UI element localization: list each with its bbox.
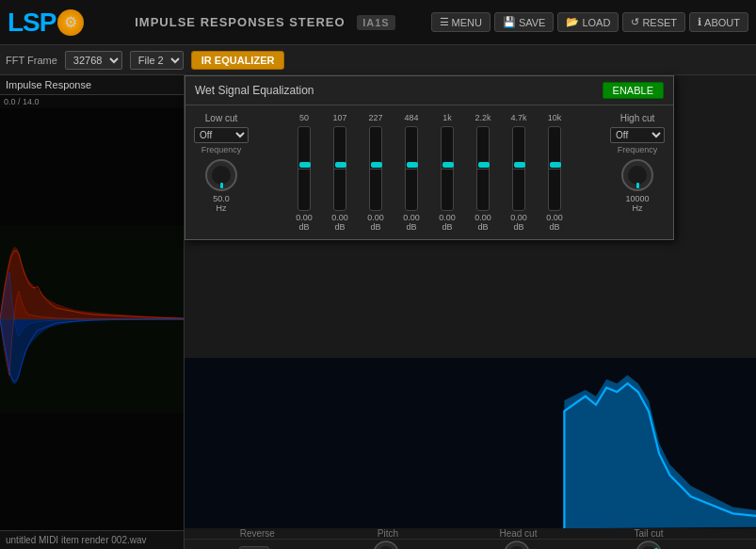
slider-track-107[interactable] xyxy=(333,126,346,211)
slider-track-484[interactable] xyxy=(405,126,418,211)
high-cut-section: High cut Off Frequency xyxy=(609,113,666,213)
band-freq-10k: 10k xyxy=(548,113,562,122)
svg-rect-4 xyxy=(220,183,223,188)
slider-track-227[interactable] xyxy=(369,126,382,211)
eq-band-10k: 10k 0.00dB xyxy=(539,113,570,232)
pitch-label: Pitch xyxy=(323,528,454,539)
tail-cut-knob[interactable] xyxy=(635,540,663,549)
main-area: Impulse Response 0.0 / 14.0 xyxy=(0,75,756,549)
waveform-filename: untitled MIDI item render 002.wav xyxy=(0,530,184,549)
file-select[interactable]: File 2 xyxy=(130,51,184,70)
knob-row: ↩ 0.000 st 0.0 ms xyxy=(185,540,756,549)
band-db-50: 0.00dB xyxy=(296,213,313,232)
fader-midline-227 xyxy=(370,169,381,170)
slider-thumb-107[interactable] xyxy=(335,162,346,168)
center-panel: Wet Signal Equalization ENABLE Low cut O… xyxy=(185,75,756,549)
slider-thumb-227[interactable] xyxy=(371,162,382,168)
fader-midline-1k xyxy=(442,169,453,170)
band-freq-22k: 2.2k xyxy=(475,113,491,122)
logo: LSP ⚙ xyxy=(8,8,84,38)
eq-band-47k: 4.7k 0.00dB xyxy=(504,113,534,232)
logo-text: LSP xyxy=(8,8,56,38)
slider-track-22k[interactable] xyxy=(476,126,490,211)
eq-band-227: 227 0.00dB xyxy=(361,113,391,232)
band-db-10k: 0.00dB xyxy=(546,213,563,232)
fade-in-cell: 14.0 ms xyxy=(715,540,756,549)
slider-track-50[interactable] xyxy=(298,126,311,211)
fader-midline-484 xyxy=(406,169,417,170)
slider-track-1k[interactable] xyxy=(441,126,454,211)
spectrum-display: 440.6 / 2440.6 xyxy=(185,358,756,528)
head-cut-knob[interactable] xyxy=(503,540,531,549)
band-freq-107: 107 xyxy=(332,113,346,122)
eq-popup-header: Wet Signal Equalization ENABLE xyxy=(185,76,673,105)
low-cut-select[interactable]: Off xyxy=(194,127,249,143)
low-cut-knob[interactable] xyxy=(204,158,238,192)
fader-midline-47k xyxy=(513,169,524,170)
reverse-label: Reverse xyxy=(192,528,323,539)
low-freq-value: 50.0 Hz xyxy=(213,194,230,213)
eq-band-484: 484 0.00dB xyxy=(396,113,426,232)
about-button[interactable]: ℹ ABOUT xyxy=(689,12,748,32)
slider-track-10k[interactable] xyxy=(548,126,561,211)
low-cut-label: Low cut xyxy=(205,113,237,123)
load-icon: 📂 xyxy=(566,16,579,28)
spectrum-svg xyxy=(185,358,756,528)
high-cut-label: High cut xyxy=(620,113,655,123)
eq-bands-row: Low cut Off Frequency 5 xyxy=(193,113,666,232)
band-db-22k: 0.00dB xyxy=(475,213,491,232)
fader-midline xyxy=(298,169,310,170)
frequency-label-right: Frequency xyxy=(618,145,658,154)
pitch-knob[interactable] xyxy=(372,540,400,549)
band-freq-50: 50 xyxy=(299,113,309,122)
controls-label-row: Reverse Pitch Head cut Tail cut Fade in … xyxy=(185,528,756,540)
slider-track-47k[interactable] xyxy=(512,126,525,211)
band-db-1k: 0.00dB xyxy=(439,213,456,232)
slider-thumb-1k[interactable] xyxy=(442,162,454,168)
waveform-scale: 0.0 / 14.0 xyxy=(0,95,184,108)
band-db-107: 0.00dB xyxy=(331,213,348,232)
eq-content: Low cut Off Frequency 5 xyxy=(185,105,673,239)
app-title: IMPULSE RESPONSES STEREO IA1S xyxy=(99,15,430,29)
fft-label: FFT Frame xyxy=(6,55,57,66)
menu-icon: ☰ xyxy=(440,16,449,28)
reset-icon: ↺ xyxy=(631,16,639,28)
about-icon: ℹ xyxy=(698,16,701,28)
low-cut-section: Low cut Off Frequency 5 xyxy=(193,113,249,213)
head-cut-label: Head cut xyxy=(453,528,584,539)
band-freq-484: 484 xyxy=(404,113,418,122)
fader-midline-22k xyxy=(477,169,489,170)
high-cut-select[interactable]: Off xyxy=(610,127,665,143)
ir-equalizer-button[interactable]: IR EQUALIZER xyxy=(191,51,285,70)
save-button[interactable]: 💾 SAVE xyxy=(494,12,555,32)
band-freq-47k: 4.7k xyxy=(510,113,526,122)
svg-rect-7 xyxy=(636,183,639,188)
slider-thumb-10k[interactable] xyxy=(550,162,561,168)
menu-button[interactable]: ☰ MENU xyxy=(431,12,491,32)
low-cut-knob-container: 50.0 Hz xyxy=(204,158,238,213)
tail-cut-label: Tail cut xyxy=(584,528,715,539)
eq-sliders: 50 0.00dB 107 xyxy=(253,113,605,232)
logo-gear: ⚙ xyxy=(57,9,84,36)
slider-thumb-50[interactable] xyxy=(299,162,311,168)
waveform-svg xyxy=(0,108,184,530)
svg-point-6 xyxy=(628,166,647,185)
waveform-display xyxy=(0,108,184,530)
eq-band-50: 50 0.00dB xyxy=(289,113,319,232)
slider-thumb-47k[interactable] xyxy=(514,162,525,168)
band-db-484: 0.00dB xyxy=(403,213,420,232)
save-icon: 💾 xyxy=(503,16,516,28)
band-db-227: 0.00dB xyxy=(367,213,384,232)
reset-button[interactable]: ↺ RESET xyxy=(622,12,685,32)
app-badge: IA1S xyxy=(357,15,394,30)
enable-button[interactable]: ENABLE xyxy=(603,82,664,99)
waveform-label: Impulse Response xyxy=(0,75,184,95)
tail-cut-cell: 2000 ms xyxy=(583,540,715,549)
high-cut-knob[interactable] xyxy=(620,158,654,192)
load-button[interactable]: 📂 LOAD xyxy=(557,12,619,32)
slider-thumb-22k[interactable] xyxy=(478,162,490,168)
fft-frame-select[interactable]: 32768 xyxy=(65,51,122,70)
high-cut-knob-container: 10000 Hz xyxy=(620,158,654,213)
band-freq-1k: 1k xyxy=(442,113,452,122)
slider-thumb-484[interactable] xyxy=(407,162,418,168)
